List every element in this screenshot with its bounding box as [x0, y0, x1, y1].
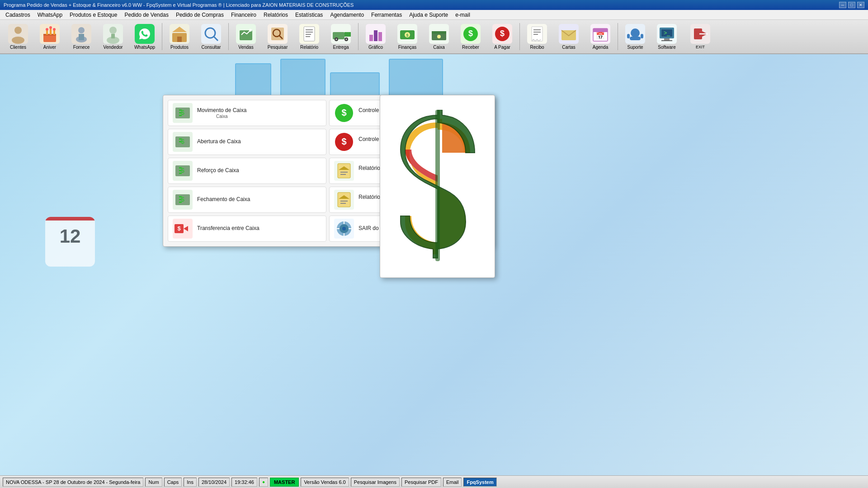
search-pdf-button[interactable]: Pesquisar PDF — [401, 478, 441, 487]
svg-rect-29 — [240, 30, 252, 40]
toolbar-software[interactable]: >_ Software — [651, 21, 682, 52]
menu-whatsapp[interactable]: WhatsApp — [34, 11, 66, 19]
menu-cadastros[interactable]: Cadastros — [2, 11, 34, 19]
status-bar: NOVA ODESSA - SP 28 de Outubro de 2024 -… — [0, 475, 868, 488]
toolbar-agenda[interactable]: 📅 Agenda — [585, 21, 616, 52]
menu-pedido-compras[interactable]: Pedido de Compras — [172, 11, 227, 19]
menu-produtos-estoque[interactable]: Produtos e Estoque — [66, 11, 121, 19]
software-icon: >_ — [657, 24, 677, 44]
status-time: 19:32:46 — [231, 478, 257, 487]
status-date: 28/10/2024 — [198, 478, 230, 487]
menu-card-reforco-caixa[interactable]: $ Reforço de Caixa — [168, 158, 326, 184]
status-num: Num — [145, 478, 162, 487]
toolbar-entrega[interactable]: Entrega — [326, 21, 356, 52]
transferencia-icon: $ — [173, 219, 193, 239]
toolbar-vendas[interactable]: Vendas — [231, 21, 261, 52]
toolbar-relatorio[interactable]: Relatório — [294, 21, 325, 52]
toolbar-consultar[interactable]: Consultar — [196, 21, 226, 52]
toolbar-caixa[interactable]: Caixa — [424, 21, 454, 52]
toolbar-clientes[interactable]: Clientes — [3, 21, 33, 52]
svg-text:$: $ — [500, 29, 505, 38]
svg-rect-69 — [533, 32, 541, 33]
bg-rect-1 — [235, 63, 271, 99]
fornece-icon — [71, 24, 91, 44]
vendas-icon — [236, 24, 256, 44]
exit-icon — [690, 24, 710, 44]
menu-card-abertura-caixa[interactable]: $ Abertura de Caixa — [168, 129, 326, 155]
aniver-label: Aniver — [43, 45, 56, 50]
maximize-button[interactable]: □ — [848, 2, 855, 8]
calendar-widget: 12 — [45, 217, 95, 267]
vendedor-label: Vendedor — [104, 45, 123, 50]
receber-icon: $ — [461, 24, 481, 44]
svg-marker-43 — [344, 32, 351, 37]
toolbar-separator-1 — [162, 23, 162, 50]
svg-rect-25 — [201, 24, 221, 44]
svg-text:$: $ — [177, 225, 181, 232]
svg-rect-117 — [340, 174, 346, 175]
controle-pagar-icon: $ — [334, 132, 354, 152]
controle-receber-icon: $ — [334, 103, 354, 123]
menu-ferramentas[interactable]: Ferramentas — [368, 11, 406, 19]
toolbar-financas[interactable]: $ Finanças — [392, 21, 423, 52]
toolbar-grafico[interactable]: Gráfico — [360, 21, 391, 52]
menu-bar: Cadastros WhatsApp Produtos e Estoque Pe… — [0, 10, 868, 20]
title-bar: Programa Pedido de Vendas + Estoque & Fi… — [0, 0, 868, 10]
svg-rect-39 — [306, 34, 311, 35]
minimize-button[interactable]: ─ — [839, 2, 846, 8]
toolbar-fornece[interactable]: Fornece — [66, 21, 97, 52]
svg-rect-127 — [340, 201, 348, 202]
menu-ajuda[interactable]: Ajuda e Suporte — [406, 11, 452, 19]
email-button[interactable]: Email — [443, 478, 462, 487]
toolbar-recibo[interactable]: Recibo — [522, 21, 552, 52]
toolbar-vendedor[interactable]: Vendedor — [98, 21, 128, 52]
svg-rect-8 — [53, 30, 55, 35]
toolbar-pesquisar[interactable]: Pesquisar — [262, 21, 293, 52]
menu-agendamento[interactable]: Agendamento — [326, 11, 368, 19]
system-button[interactable]: FpqSystem — [463, 478, 496, 487]
entrega-icon — [331, 24, 351, 44]
menu-card-movimento-caixa[interactable]: $ Movimento de Caixa Caixa — [168, 100, 326, 126]
toolbar-whatsapp[interactable]: WhatsApp — [129, 21, 160, 52]
close-button[interactable]: ✕ — [857, 2, 864, 8]
toolbar-aniver[interactable]: Aniver — [34, 21, 65, 52]
entrega-label: Entrega — [333, 45, 349, 50]
menu-pedido-vendas[interactable]: Pedido de Vendas — [121, 11, 172, 19]
vendedor-icon — [103, 24, 123, 44]
consultar-label: Consultar — [202, 45, 221, 50]
menu-relatorios[interactable]: Relatórios — [260, 11, 292, 19]
svg-rect-116 — [340, 172, 348, 173]
apagar-icon: $ — [492, 24, 512, 44]
svg-rect-84 — [664, 38, 670, 40]
menu-estatisticas[interactable]: Estatísticas — [292, 11, 326, 19]
grafico-icon — [366, 24, 386, 44]
svg-rect-81 — [641, 34, 643, 38]
toolbar-suporte[interactable]: Suporte — [620, 21, 651, 52]
search-images-button[interactable]: Pesquisar Imagens — [351, 478, 400, 487]
receber-label: Receber — [462, 45, 479, 50]
software-label: Software — [658, 45, 675, 50]
recibo-icon — [527, 24, 547, 44]
toolbar-cartas[interactable]: Cartas — [553, 21, 584, 52]
svg-point-136 — [342, 227, 346, 230]
toolbar-apagar[interactable]: $ A Pagar — [487, 21, 518, 52]
toolbar-produtos[interactable]: Produtos — [164, 21, 195, 52]
suporte-icon — [625, 24, 645, 44]
menu-email[interactable]: e-mail — [452, 11, 474, 19]
cartas-icon — [559, 24, 579, 44]
svg-rect-128 — [340, 203, 346, 204]
toolbar-exit[interactable]: EXIT — [685, 21, 716, 52]
svg-rect-40 — [306, 36, 310, 37]
menu-financeiro[interactable]: Financeiro — [227, 11, 260, 19]
svg-point-47 — [345, 38, 347, 40]
toolbar-separator-4 — [519, 23, 520, 50]
exit-label: EXIT — [696, 45, 705, 49]
svg-rect-51 — [378, 32, 382, 41]
rel-movimento-icon — [334, 161, 354, 181]
svg-rect-38 — [306, 32, 313, 33]
whatsapp-icon — [135, 24, 155, 44]
menu-card-fechamento-caixa[interactable]: $ Fechamento de Caixa — [168, 187, 326, 213]
rel-plano-icon — [334, 190, 354, 210]
toolbar-receber[interactable]: $ Receber — [455, 21, 486, 52]
menu-card-transferencia[interactable]: $ Transferencia entre Caixa — [168, 216, 326, 242]
